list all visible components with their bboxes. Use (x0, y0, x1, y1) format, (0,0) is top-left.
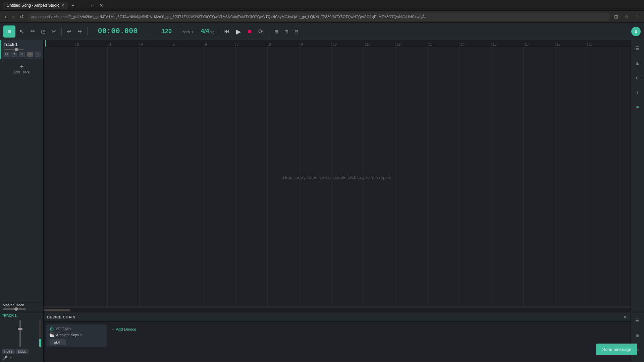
device-chain-panel: DEVICE CHAIN ✕ ⏻ VOLT Mini 🎹 Ambient Key… (44, 312, 631, 362)
close-window-btn[interactable]: ✕ (97, 2, 105, 9)
undo-btn[interactable]: ↩ (65, 27, 73, 36)
forward-btn[interactable]: › (10, 13, 16, 20)
right-bottom-btn-2[interactable]: ⊞ (632, 330, 643, 341)
master-volume-bar[interactable] (3, 308, 26, 310)
right-panel: ☰ ⊞ ↩ ♪ ≡ (631, 40, 644, 312)
track-1-volume-row (4, 49, 41, 50)
mic-icon-btn[interactable]: 🎤 (2, 355, 8, 361)
time-sig-control[interactable]: 4/4 sig (201, 28, 214, 35)
track-1-mute-btn[interactable]: M (4, 52, 9, 57)
level-fill (39, 339, 41, 347)
minimize-btn[interactable]: — (79, 2, 88, 9)
pencil-tool-btn[interactable]: ✏ (29, 27, 37, 36)
add-device-label: Add Device (116, 327, 136, 332)
level-meter (39, 320, 41, 347)
active-tab[interactable]: Untitled Song - Amped Studio ✕ (3, 2, 68, 9)
device-preset-icon: 🎹 (50, 333, 55, 337)
bottom-track-info: TRACK 1 MUTE SOLO 🎤 ≡ (0, 312, 44, 362)
track-1-arm-btn[interactable]: ⬇ (19, 52, 25, 57)
track-1-lane[interactable]: Drop library loops here or double click … (44, 47, 631, 308)
refresh-btn[interactable]: ↺ (18, 13, 26, 20)
track-1-solo-btn[interactable]: S (11, 52, 17, 57)
arrangement-area: 2 3 4 5 6 7 8 9 10 11 12 13 14 15 16 17 … (44, 40, 631, 312)
eq-icon-btn[interactable]: ≡ (10, 355, 12, 361)
device-volt-label: VOLT Mini (56, 327, 71, 331)
track-1-eq-btn[interactable]: ≡ (27, 52, 33, 57)
bottom-fader-area (2, 319, 41, 348)
ruler-mark-8: 9 (300, 43, 303, 47)
right-panel-btn-5[interactable]: ≡ (632, 102, 643, 113)
add-track-area[interactable]: + Add Track (0, 59, 43, 78)
bpm-value: 120 (152, 28, 182, 35)
right-bottom-btn-1[interactable]: ☰ (632, 315, 643, 326)
tab-close-btn[interactable]: ✕ (61, 3, 64, 7)
scissors-tool-btn[interactable]: ✂ (50, 27, 58, 36)
play-btn[interactable]: ▶ (234, 26, 243, 37)
ruler-mark-6: 7 (235, 43, 239, 47)
ruler-mark-10: 11 (364, 43, 369, 47)
ruler-mark-13: 14 (460, 43, 465, 47)
toolbar-separator-2 (87, 27, 88, 36)
solo-btn[interactable]: SOLO (16, 349, 29, 354)
app-wrapper: ≡ ↖ ✏ ◷ ✂ ↩ ↪ 00:00.000 120 bpm ⬆ 4/4 si… (0, 23, 644, 362)
device-chain-header: DEVICE CHAIN ✕ (44, 312, 631, 322)
clock-tool-btn[interactable]: ◷ (39, 27, 48, 36)
ruler-mark-14: 15 (491, 43, 496, 47)
main-area: Track 1 M S ⬇ ≡ ~ + Add Track (0, 40, 644, 312)
mute-solo-row: MUTE SOLO (2, 349, 41, 354)
device-preset-row[interactable]: 🎹 Ambient Keys ▾ (50, 333, 103, 337)
track-1-header[interactable]: Track 1 M S ⬇ ≡ ~ (0, 40, 43, 59)
user-avatar[interactable]: S (631, 27, 641, 36)
right-panel-btn-4[interactable]: ♪ (632, 87, 643, 98)
sig-value: 4/4 (201, 28, 209, 35)
send-message-btn[interactable]: Send message (596, 344, 637, 355)
mute-btn[interactable]: MUTE (2, 349, 15, 354)
track-1-auto-btn[interactable]: ~ (35, 52, 41, 57)
new-tab-btn[interactable]: + (69, 2, 76, 9)
ruler-mark-17: 18 (587, 43, 592, 47)
quantize-btn[interactable]: ⊞ (272, 27, 280, 36)
automation-btn[interactable]: ⊟ (292, 27, 301, 36)
loop-btn[interactable]: ⟳ (256, 26, 265, 37)
tab-title: Untitled Song - Amped Studio (7, 3, 59, 8)
pointer-tool-btn[interactable]: ↖ (17, 26, 26, 37)
track-1-volume-knob[interactable] (4, 49, 24, 50)
add-track-plus-icon: + (20, 63, 24, 70)
ruler-mark-5: 6 (204, 43, 207, 47)
toolbar-right: S (631, 27, 641, 36)
bpm-control[interactable]: 120 bpm ⬆ (152, 28, 194, 35)
toolbar-separator-3 (148, 27, 148, 36)
track-1-controls: M S ⬇ ≡ ~ (4, 52, 41, 57)
ruler-mark-1: 2 (75, 43, 79, 47)
redo-btn[interactable]: ↪ (75, 27, 84, 36)
device-item-volt: ⏻ VOLT Mini 🎹 Ambient Keys ▾ EDIT (46, 324, 107, 347)
playhead (45, 40, 46, 47)
device-preset-name: Ambient Keys (56, 333, 79, 337)
midi-btn[interactable]: ⊡ (282, 27, 290, 36)
scroll-thumb[interactable] (44, 309, 70, 311)
device-chain-close-btn[interactable]: ✕ (623, 314, 627, 320)
address-bar[interactable] (28, 13, 610, 21)
device-top-row: ⏻ VOLT Mini (50, 326, 103, 331)
timeline-ruler: 2 3 4 5 6 7 8 9 10 11 12 13 14 15 16 17 … (44, 40, 631, 47)
bookmark-btn[interactable]: ☆ (622, 13, 631, 20)
device-edit-btn[interactable]: EDIT (50, 339, 66, 345)
device-power-btn[interactable]: ⏻ (50, 326, 54, 331)
record-btn[interactable]: ⏺ (245, 27, 254, 36)
right-panel-btn-3[interactable]: ↩ (632, 72, 643, 83)
settings-btn[interactable]: ⋮ (633, 13, 641, 20)
right-panel-btn-1[interactable]: ☰ (632, 43, 643, 54)
maximize-btn[interactable]: □ (89, 2, 96, 9)
menu-button[interactable]: ≡ (3, 25, 15, 38)
mic-eq-row: 🎤 ≡ (2, 355, 41, 361)
browser-nav-bar: ‹ › ↺ ⊞ ☆ ⋮ (0, 11, 644, 23)
fader-track[interactable] (19, 320, 21, 347)
extensions-btn[interactable]: ⊞ (612, 13, 620, 20)
back-btn[interactable]: ‹ (3, 13, 8, 20)
time-display: 00:00.000 (91, 27, 145, 36)
toolbar-separator-4 (197, 27, 197, 36)
add-device-btn[interactable]: + Add Device (109, 326, 139, 333)
arrangement-scrollbar[interactable] (44, 308, 631, 312)
rewind-btn[interactable]: ⏮ (222, 26, 232, 36)
right-panel-btn-2[interactable]: ⊞ (632, 58, 643, 68)
